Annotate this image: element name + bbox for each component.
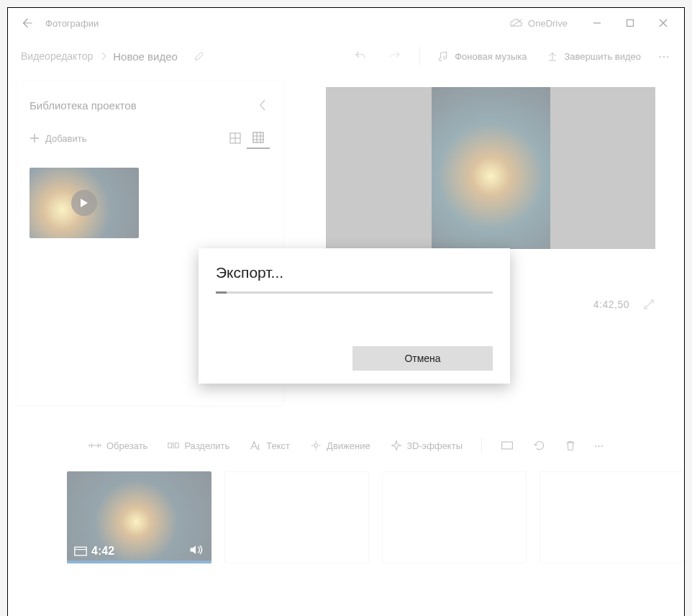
clip-audio-icon xyxy=(188,543,203,556)
undo-icon xyxy=(353,50,368,63)
preview-time: 4:42,50 xyxy=(593,299,629,310)
clip-duration-badge: 4:42 xyxy=(74,545,114,558)
toolbar-divider xyxy=(481,438,482,453)
breadcrumb-root[interactable]: Видеоредактор xyxy=(14,46,100,66)
onedrive-label: OneDrive xyxy=(528,18,568,29)
finish-label: Завершить видео xyxy=(564,51,641,62)
svg-rect-6 xyxy=(253,132,263,142)
music-note-icon xyxy=(437,50,449,62)
aspect-ratio-button[interactable] xyxy=(492,436,522,455)
maximize-button[interactable] xyxy=(614,8,647,38)
storyboard: 4:42 xyxy=(8,464,684,563)
close-button[interactable] xyxy=(647,8,680,38)
film-icon xyxy=(74,546,87,556)
project-name[interactable]: Новое видео xyxy=(107,46,183,67)
maximize-icon xyxy=(626,19,634,27)
more-menu-button[interactable]: ⋯ xyxy=(651,45,678,68)
motion-icon xyxy=(310,440,322,451)
progress-bar xyxy=(216,291,493,294)
add-media-button[interactable]: Добавить xyxy=(29,133,86,144)
pencil-icon xyxy=(194,50,205,62)
clip-more-button[interactable]: ⋯ xyxy=(587,436,612,456)
trash-icon xyxy=(565,440,575,451)
view-large-button[interactable] xyxy=(224,128,247,148)
3d-effects-button[interactable]: 3D-эффекты xyxy=(382,435,471,456)
svg-rect-2 xyxy=(627,20,634,27)
minimize-button[interactable] xyxy=(581,8,614,38)
crop-icon xyxy=(501,440,514,450)
close-icon xyxy=(659,19,668,27)
clip-toolbar: Обрезать Разделить Текст Движение 3D-эфф… xyxy=(8,427,684,464)
trim-button[interactable]: Обрезать xyxy=(80,436,156,456)
app-title: Фотографии xyxy=(45,18,99,29)
grid-large-icon xyxy=(229,132,241,144)
video-preview[interactable] xyxy=(326,87,655,249)
bg-music-label: Фоновая музыка xyxy=(455,51,527,62)
finish-video-button[interactable]: Завершить видео xyxy=(537,46,651,66)
fullscreen-button[interactable] xyxy=(642,298,655,311)
cancel-button[interactable]: Отмена xyxy=(352,346,493,371)
svg-point-10 xyxy=(314,444,318,448)
chevron-right-icon xyxy=(100,51,107,61)
arrow-left-icon xyxy=(20,17,33,30)
app-window: Фотографии OneDrive Видеоредактор Новое … xyxy=(7,7,685,616)
play-overlay xyxy=(71,190,97,216)
expand-icon xyxy=(642,298,655,311)
background-music-button[interactable]: Фоновая музыка xyxy=(427,46,537,66)
grid-small-icon xyxy=(252,132,264,143)
add-label: Добавить xyxy=(45,133,86,144)
rotate-icon xyxy=(534,440,545,451)
storyboard-clip[interactable]: 4:42 xyxy=(67,471,211,563)
redo-button[interactable] xyxy=(378,45,412,67)
cloud-icon xyxy=(509,18,524,28)
svg-rect-11 xyxy=(502,442,513,449)
play-icon xyxy=(79,198,89,208)
svg-rect-8 xyxy=(176,443,179,448)
minimize-icon xyxy=(593,19,601,27)
svg-rect-12 xyxy=(75,547,86,555)
preview-content xyxy=(432,87,550,249)
delete-button[interactable] xyxy=(557,435,584,456)
view-small-button[interactable] xyxy=(247,127,270,149)
storyboard-empty-slot[interactable] xyxy=(540,471,684,563)
chevron-left-icon xyxy=(258,99,267,112)
sparkle-icon xyxy=(391,440,402,451)
storyboard-empty-slot[interactable] xyxy=(224,471,369,563)
motion-button[interactable]: Движение xyxy=(301,435,379,456)
undo-button[interactable] xyxy=(343,45,378,67)
title-bar: Фотографии OneDrive xyxy=(8,8,684,38)
split-icon xyxy=(168,440,179,450)
dialog-title: Экспорт... xyxy=(216,264,493,281)
trim-icon xyxy=(88,440,101,450)
onedrive-button[interactable]: OneDrive xyxy=(509,18,568,29)
back-button[interactable] xyxy=(12,17,41,30)
export-icon xyxy=(547,50,558,62)
plus-icon xyxy=(29,133,40,143)
export-dialog: Экспорт... Отмена xyxy=(199,248,510,384)
split-button[interactable]: Разделить xyxy=(159,436,238,456)
toolbar-divider xyxy=(419,47,420,65)
rotate-button[interactable] xyxy=(525,435,554,456)
library-thumbnail[interactable] xyxy=(29,168,139,238)
text-button[interactable]: Текст xyxy=(241,436,299,456)
text-icon xyxy=(250,440,261,450)
progress-indicator xyxy=(216,291,227,294)
svg-rect-7 xyxy=(168,443,172,448)
redo-icon xyxy=(388,50,402,63)
rename-button[interactable] xyxy=(189,46,209,66)
collapse-library-button[interactable] xyxy=(255,96,270,114)
library-title: Библиотека проектов xyxy=(29,99,255,112)
storyboard-empty-slot[interactable] xyxy=(382,471,527,563)
editor-toolbar: Видеоредактор Новое видео Фоновая музыка… xyxy=(8,38,684,74)
